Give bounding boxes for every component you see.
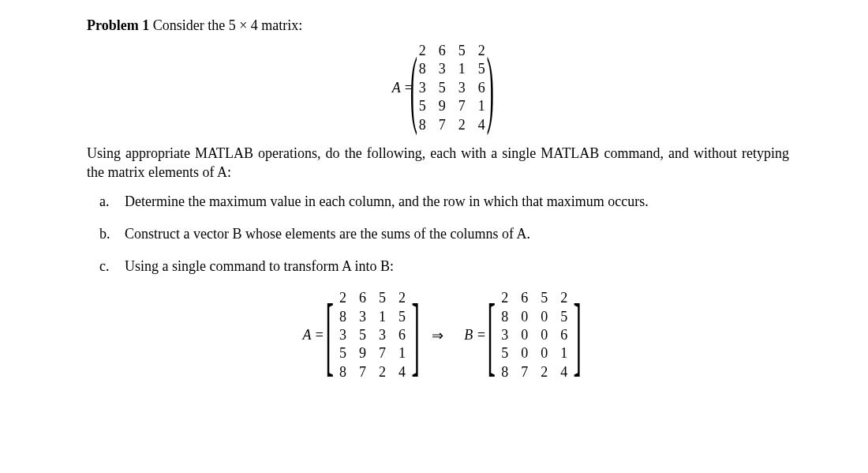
list-item: a. Determine the maximum value in each c… bbox=[99, 192, 789, 212]
item-text: Using a single command to transform A in… bbox=[125, 257, 394, 276]
right-bracket-icon: ] bbox=[574, 298, 582, 373]
items-list: a. Determine the maximum value in each c… bbox=[99, 192, 789, 277]
arrow-icon: ⇒ bbox=[432, 327, 443, 344]
right-bracket-icon: ] bbox=[411, 298, 419, 373]
item-text: Determine the maximum value in each colu… bbox=[125, 192, 649, 212]
matrix-A-table: 2652 8315 3536 5971 8724 bbox=[413, 42, 492, 134]
matrix-A-display: A = ( 2652 8315 3536 5971 8724 ) bbox=[87, 42, 789, 134]
left-paren-icon: ( bbox=[410, 49, 417, 127]
left-bracket-icon: [ bbox=[325, 298, 333, 373]
right-paren-icon: ) bbox=[486, 49, 493, 127]
page-content: Problem 1 Consider the 5 × 4 matrix: A =… bbox=[0, 0, 868, 381]
problem-intro-text: Consider the 5 × 4 matrix: bbox=[149, 17, 302, 33]
assign-A2-label: A = bbox=[302, 327, 324, 343]
list-item: b. Construct a vector B whose elements a… bbox=[99, 224, 789, 244]
list-item: c. Using a single command to transform A… bbox=[99, 257, 789, 276]
item-marker: c. bbox=[99, 257, 114, 276]
left-bracket-icon: [ bbox=[487, 298, 495, 373]
item-marker: a. bbox=[99, 192, 114, 212]
matrix-transform-display: A = [ 2652 8315 3536 5971 8724 ] ⇒ B = [… bbox=[87, 289, 789, 381]
problem-heading: Problem 1 Consider the 5 × 4 matrix: bbox=[87, 17, 789, 34]
problem-label: Problem 1 bbox=[87, 17, 149, 33]
item-text: Construct a vector B whose elements are … bbox=[125, 224, 530, 244]
assign-B-label: B = bbox=[464, 327, 486, 343]
matrix-B-table: 2652 8005 3006 5001 8724 bbox=[495, 289, 574, 381]
item-marker: b. bbox=[99, 224, 114, 244]
instruction-paragraph: Using appropriate MATLAB operations, do … bbox=[87, 144, 789, 182]
matrix-A2-table: 2652 8315 3536 5971 8724 bbox=[333, 289, 412, 381]
